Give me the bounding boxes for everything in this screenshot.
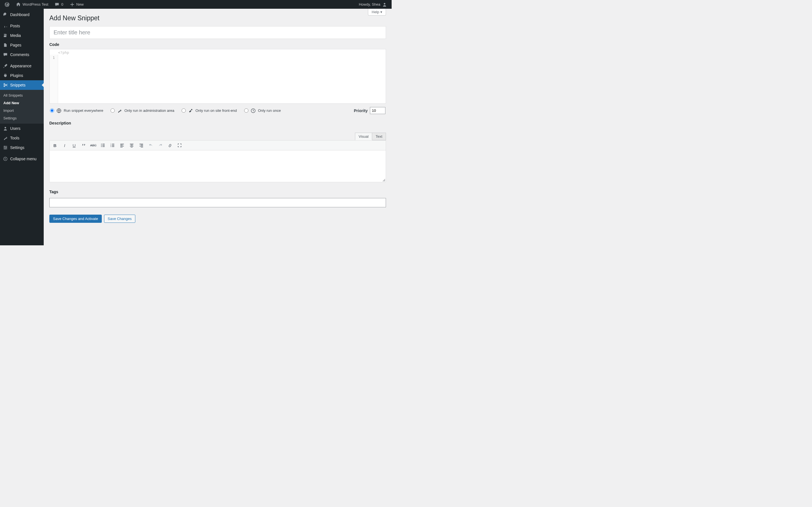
svg-point-3	[4, 86, 5, 87]
underline-button[interactable]: U	[70, 142, 78, 149]
clock-icon	[251, 108, 256, 113]
site-name-link[interactable]: WordPress Test	[13, 0, 50, 9]
menu-pages[interactable]: Pages	[0, 40, 44, 50]
tags-input[interactable]	[49, 198, 386, 207]
scope-admin-radio[interactable]	[110, 108, 115, 113]
menu-label: Media	[10, 33, 21, 38]
submenu-add-new[interactable]: Add New	[0, 99, 44, 107]
admin-bar: WordPress Test 0 New Howdy, Shea	[0, 0, 392, 9]
menu-settings[interactable]: Settings	[0, 143, 44, 152]
redo-icon	[158, 143, 163, 148]
submenu-import[interactable]: Import	[0, 107, 44, 114]
sliders-icon	[3, 145, 8, 150]
description-heading: Description	[49, 121, 386, 125]
scope-admin[interactable]: Only run in administration area	[110, 108, 174, 113]
wp-logo[interactable]	[2, 0, 12, 9]
scope-once[interactable]: Only run once	[244, 108, 281, 113]
scope-frontend[interactable]: Only run on site front-end	[182, 108, 237, 113]
help-tab[interactable]: Help ▾	[368, 9, 386, 15]
tab-text[interactable]: Text	[372, 133, 386, 140]
menu-label: Posts	[10, 24, 20, 28]
wrench-icon	[117, 108, 122, 113]
users-icon	[3, 126, 8, 131]
snippet-title-input[interactable]	[49, 26, 386, 39]
priority-wrap: Priority	[354, 107, 386, 114]
scope-everywhere-radio[interactable]	[50, 108, 54, 113]
align-left-button[interactable]	[118, 142, 126, 149]
menu-media[interactable]: Media	[0, 31, 44, 40]
comments-link[interactable]: 0	[52, 0, 65, 9]
code-area[interactable]	[58, 55, 386, 103]
collapse-label: Collapse menu	[10, 157, 36, 161]
scope-label: Only run on site front-end	[195, 108, 237, 113]
svg-point-8	[4, 157, 7, 161]
tags-heading: Tags	[49, 189, 386, 194]
description-body[interactable]	[50, 151, 386, 182]
svg-point-7	[4, 149, 6, 150]
menu-appearance[interactable]: Appearance	[0, 61, 44, 71]
new-content-link[interactable]: New	[67, 0, 86, 9]
bullet-list-button[interactable]	[99, 142, 107, 149]
scope-frontend-radio[interactable]	[182, 108, 186, 113]
code-prefix: <?php	[50, 49, 386, 55]
menu-tools[interactable]: Tools	[0, 133, 44, 143]
description-editor: B I U ABC 123	[49, 140, 386, 182]
svg-point-5	[4, 146, 5, 147]
wordpress-icon	[4, 2, 10, 7]
menu-snippets[interactable]: Snippets	[0, 80, 44, 90]
admin-sidebar: Dashboard Posts Media Pages Comments App…	[0, 9, 44, 245]
scope-label: Only run once	[258, 108, 281, 113]
align-center-icon	[129, 143, 134, 148]
line-number: 1	[53, 56, 55, 60]
quote-icon	[81, 143, 86, 148]
italic-button[interactable]: I	[61, 142, 68, 149]
submenu-settings[interactable]: Settings	[0, 114, 44, 122]
priority-input[interactable]	[370, 107, 386, 114]
priority-label: Priority	[354, 108, 368, 113]
button-row: Save Changes and Activate Save Changes	[49, 215, 386, 223]
menu-users[interactable]: Users	[0, 124, 44, 133]
hammer-icon	[188, 108, 193, 113]
save-activate-button[interactable]: Save Changes and Activate	[49, 215, 102, 223]
pages-icon	[3, 43, 8, 48]
comments-icon	[3, 52, 8, 57]
menu-label: Dashboard	[10, 12, 30, 17]
undo-button[interactable]	[147, 142, 154, 149]
menu-label: Users	[10, 126, 20, 131]
bullet-list-icon	[100, 143, 105, 148]
submenu-all-snippets[interactable]: All Snippets	[0, 92, 44, 99]
menu-dashboard[interactable]: Dashboard	[0, 10, 44, 19]
pin-icon	[3, 23, 8, 29]
menu-posts[interactable]: Posts	[0, 21, 44, 31]
menu-label: Plugins	[10, 73, 23, 78]
scope-once-radio[interactable]	[244, 108, 248, 113]
code-editor[interactable]: <?php 1	[49, 49, 386, 104]
main-content: Help ▾ Add New Snippet Code <?php 1 Run …	[44, 9, 392, 245]
align-left-icon	[119, 143, 124, 148]
align-right-button[interactable]	[138, 142, 145, 149]
collapse-icon	[3, 156, 8, 161]
scope-everywhere[interactable]: Run snippet everywhere	[50, 108, 103, 113]
help-label: Help	[371, 10, 379, 14]
comments-count: 0	[61, 2, 63, 6]
number-list-icon: 123	[110, 143, 115, 148]
link-button[interactable]	[166, 142, 174, 149]
editor-toolbar: B I U ABC 123	[50, 140, 386, 151]
line-gutter: 1	[50, 55, 58, 103]
svg-point-6	[6, 147, 7, 148]
howdy-text: Howdy, Shea	[359, 2, 380, 6]
redo-button[interactable]	[157, 142, 164, 149]
menu-comments[interactable]: Comments	[0, 50, 44, 59]
number-list-button[interactable]: 123	[109, 142, 116, 149]
my-account-link[interactable]: Howdy, Shea	[357, 0, 389, 9]
menu-plugins[interactable]: Plugins	[0, 71, 44, 80]
strikethrough-button[interactable]: ABC	[90, 142, 97, 149]
collapse-menu[interactable]: Collapse menu	[0, 154, 44, 164]
bold-button[interactable]: B	[51, 142, 59, 149]
blockquote-button[interactable]	[80, 142, 87, 149]
fullscreen-button[interactable]	[176, 142, 183, 149]
save-button[interactable]: Save Changes	[104, 215, 135, 223]
align-center-button[interactable]	[128, 142, 135, 149]
resize-handle[interactable]	[382, 178, 385, 181]
tab-visual[interactable]: Visual	[355, 133, 372, 140]
